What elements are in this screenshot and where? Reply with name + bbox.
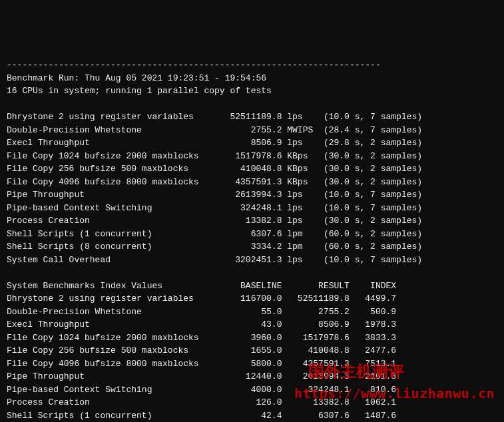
divider: ----------------------------------------… — [7, 60, 381, 70]
index-table: System Benchmarks Index Values BASELINE … — [7, 281, 396, 423]
benchmark-run-line: Benchmark Run: Thu Aug 05 2021 19:23:51 … — [7, 73, 266, 83]
cpu-info-line: 16 CPUs in system; running 1 parallel co… — [7, 86, 272, 96]
results-table: Dhrystone 2 using register variables 525… — [7, 112, 422, 265]
terminal-output: ----------------------------------------… — [7, 59, 497, 422]
